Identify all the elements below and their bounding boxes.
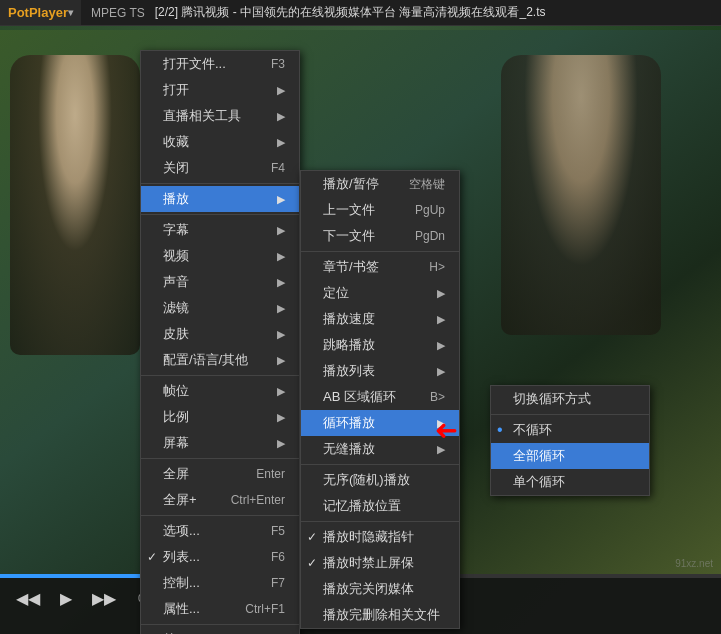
menu-video[interactable]: 视频 ▶ [141, 243, 299, 269]
menu-playback-arrow: ▶ [277, 193, 285, 206]
menu-options[interactable]: 选项... F5 [141, 518, 299, 544]
menu-config-label: 配置/语言/其他 [163, 351, 248, 369]
prev-button[interactable]: ◀◀ [10, 585, 46, 612]
seek[interactable]: 定位 ▶ [301, 280, 459, 306]
delete-after-play-label: 播放完删除相关文件 [323, 606, 440, 624]
loop-play[interactable]: 循环播放 ▶ [301, 410, 459, 436]
next-file[interactable]: 下一文件 PgDn [301, 223, 459, 249]
sep5 [141, 515, 299, 516]
menu-fullscreen-shortcut: Enter [256, 467, 285, 481]
prev-file[interactable]: 上一文件 PgUp [301, 197, 459, 223]
menu-fullscreen-plus-label: 全屏+ [163, 491, 197, 509]
play-submenu: 播放/暂停 空格键 上一文件 PgUp 下一文件 PgDn 章节/书签 H> 定… [300, 170, 460, 629]
delete-after-play[interactable]: 播放完删除相关文件 [301, 602, 459, 628]
menu-playback-label: 播放 [163, 190, 189, 208]
skip-play[interactable]: 跳略播放 ▶ [301, 332, 459, 358]
next-button[interactable]: ▶▶ [86, 585, 122, 612]
skip-play-arrow: ▶ [437, 339, 445, 352]
menu-subtitle[interactable]: 字幕 ▶ [141, 217, 299, 243]
remember-position[interactable]: 记忆播放位置 [301, 493, 459, 519]
menu-skin-label: 皮肤 [163, 325, 189, 343]
loop-sep1 [491, 414, 649, 415]
toggle-loop-mode[interactable]: 切换循环方式 [491, 386, 649, 412]
menu-properties-label: 属性... [163, 600, 200, 618]
play-pause[interactable]: 播放/暂停 空格键 [301, 171, 459, 197]
menu-screen-label: 屏幕 [163, 434, 189, 452]
ab-loop[interactable]: AB 区域循环 B> [301, 384, 459, 410]
disable-screensaver-label: 播放时禁止屏保 [323, 554, 414, 572]
menu-ratio[interactable]: 比例 ▶ [141, 404, 299, 430]
sep2 [141, 214, 299, 215]
menu-close-shortcut: F4 [271, 161, 285, 175]
menu-favorites[interactable]: 收藏 ▶ [141, 129, 299, 155]
random-play[interactable]: 无序(随机)播放 [301, 467, 459, 493]
play-pause-label: 播放/暂停 [323, 175, 379, 193]
loop-submenu: 切换循环方式 不循环 全部循环 单个循环 [490, 385, 650, 496]
menu-control[interactable]: 控制... F7 [141, 570, 299, 596]
seek-arrow: ▶ [437, 287, 445, 300]
menu-close-label: 关闭 [163, 159, 189, 177]
skip-play-label: 跳略播放 [323, 336, 375, 354]
menu-live-tools-label: 直播相关工具 [163, 107, 241, 125]
menu-fullscreen-plus-shortcut: Ctrl+Enter [231, 493, 285, 507]
menu-audio-label: 声音 [163, 273, 189, 291]
menu-screen[interactable]: 屏幕 ▶ [141, 430, 299, 456]
menu-options-label: 选项... [163, 522, 200, 540]
menu-audio-arrow: ▶ [277, 276, 285, 289]
menu-filter[interactable]: 滤镜 ▶ [141, 295, 299, 321]
playlist[interactable]: 播放列表 ▶ [301, 358, 459, 384]
menu-open-file[interactable]: 打开文件... F3 [141, 51, 299, 77]
menu-favorites-label: 收藏 [163, 133, 189, 151]
menu-filter-label: 滤镜 [163, 299, 189, 317]
playback-speed-label: 播放速度 [323, 310, 375, 328]
remember-position-label: 记忆播放位置 [323, 497, 401, 515]
menu-open[interactable]: 打开 ▶ [141, 77, 299, 103]
menu-fullscreen[interactable]: 全屏 Enter [141, 461, 299, 487]
seek-label: 定位 [323, 284, 349, 302]
seamless-play[interactable]: 无缝播放 ▶ [301, 436, 459, 462]
loop-all[interactable]: 全部循环 [491, 443, 649, 469]
menu-list[interactable]: 列表... F6 [141, 544, 299, 570]
chapter-bookmark[interactable]: 章节/书签 H> [301, 254, 459, 280]
playlist-arrow: ▶ [437, 365, 445, 378]
menu-list-shortcut: F6 [271, 550, 285, 564]
menu-frame[interactable]: 帧位 ▶ [141, 378, 299, 404]
menu-live-tools[interactable]: 直播相关工具 ▶ [141, 103, 299, 129]
disable-screensaver[interactable]: 播放时禁止屏保 [301, 550, 459, 576]
menu-about[interactable]: 关于... F1 [141, 627, 299, 634]
close-after-play[interactable]: 播放完关闭媒体 [301, 576, 459, 602]
no-loop[interactable]: 不循环 [491, 417, 649, 443]
loop-single[interactable]: 单个循环 [491, 469, 649, 495]
menu-skin[interactable]: 皮肤 ▶ [141, 321, 299, 347]
format-label: MPEG TS [81, 6, 155, 20]
seamless-play-arrow: ▶ [437, 443, 445, 456]
menu-config[interactable]: 配置/语言/其他 ▶ [141, 347, 299, 373]
menu-audio[interactable]: 声音 ▶ [141, 269, 299, 295]
play-sep3 [301, 521, 459, 522]
hide-cursor[interactable]: 播放时隐藏指针 [301, 524, 459, 550]
ab-loop-shortcut: B> [430, 390, 445, 404]
menu-control-label: 控制... [163, 574, 200, 592]
menu-ratio-label: 比例 [163, 408, 189, 426]
chapter-bookmark-label: 章节/书签 [323, 258, 379, 276]
potplayer-logo[interactable]: PotPlayer [0, 0, 81, 25]
menu-open-arrow: ▶ [277, 84, 285, 97]
play-sep1 [301, 251, 459, 252]
menu-fullscreen-plus[interactable]: 全屏+ Ctrl+Enter [141, 487, 299, 513]
menu-frame-label: 帧位 [163, 382, 189, 400]
menu-close[interactable]: 关闭 F4 [141, 155, 299, 181]
playlist-label: 播放列表 [323, 362, 375, 380]
menu-playback[interactable]: 播放 ▶ [141, 186, 299, 212]
play-sep2 [301, 464, 459, 465]
menu-properties[interactable]: 属性... Ctrl+F1 [141, 596, 299, 622]
ab-loop-label: AB 区域循环 [323, 388, 396, 406]
chapter-bookmark-shortcut: H> [429, 260, 445, 274]
play-button[interactable]: ▶ [54, 585, 78, 612]
site-watermark: 91xz.net [675, 558, 713, 569]
sep6 [141, 624, 299, 625]
loop-single-label: 单个循环 [513, 473, 565, 491]
menu-ratio-arrow: ▶ [277, 411, 285, 424]
window-title: [2/2] 腾讯视频 - 中国领先的在线视频媒体平台 海量高清视频在线观看_2.… [155, 4, 721, 21]
playback-speed[interactable]: 播放速度 ▶ [301, 306, 459, 332]
no-loop-label: 不循环 [513, 421, 552, 439]
